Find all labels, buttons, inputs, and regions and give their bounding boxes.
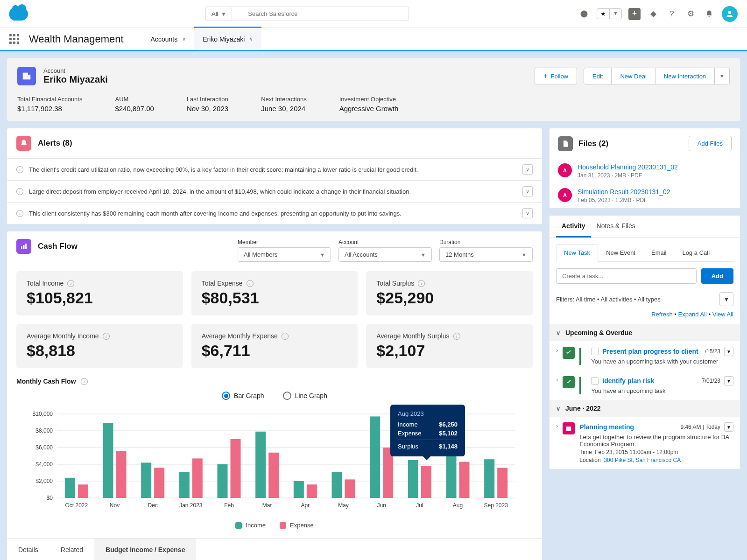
filter-button[interactable]: ▼ bbox=[719, 292, 733, 306]
chevron-right-icon[interactable]: › bbox=[556, 347, 558, 354]
expand-all-link[interactable]: Expand All bbox=[678, 311, 706, 318]
info-icon[interactable]: i bbox=[67, 280, 74, 287]
subtab-new-event[interactable]: New Event bbox=[598, 244, 643, 261]
event-title[interactable]: Planning meeting bbox=[579, 423, 634, 431]
svg-text:Oct 2022: Oct 2022 bbox=[65, 502, 88, 509]
file-name-link[interactable]: Simulation Result 20230131_02 bbox=[578, 188, 670, 196]
svg-rect-6 bbox=[21, 246, 22, 249]
chevron-right-icon[interactable]: › bbox=[556, 422, 558, 429]
member-filter-dropdown[interactable]: All Members▼ bbox=[238, 247, 331, 262]
svg-rect-34 bbox=[231, 439, 241, 498]
create-task-input[interactable] bbox=[556, 268, 697, 284]
info-icon[interactable]: i bbox=[418, 280, 425, 287]
task-title-link[interactable]: Present plan progress to client bbox=[602, 348, 698, 355]
svg-text:$8,000: $8,000 bbox=[35, 427, 53, 434]
metric-total-surplus: Total Surplusi$25,290 bbox=[366, 271, 533, 315]
past-section-header[interactable]: ∨June · 2022 bbox=[550, 400, 740, 417]
app-launcher-icon[interactable] bbox=[9, 34, 20, 44]
event-icon bbox=[563, 422, 575, 434]
chevron-down-icon: ▼ bbox=[726, 349, 731, 354]
help-icon[interactable]: ? bbox=[666, 8, 678, 20]
info-icon[interactable]: i bbox=[247, 280, 254, 287]
account-filter-dropdown[interactable]: All Accounts▼ bbox=[338, 247, 432, 262]
alert-expand-button[interactable]: ∨ bbox=[522, 208, 533, 218]
tab-details[interactable]: Details bbox=[7, 539, 49, 560]
svg-rect-28 bbox=[154, 468, 164, 498]
event-menu-button[interactable]: ▼ bbox=[724, 422, 733, 432]
chevron-down-icon[interactable]: ∨ bbox=[249, 36, 253, 42]
task-menu-button[interactable]: ▼ bbox=[724, 347, 733, 356]
task-menu-button[interactable]: ▼ bbox=[724, 376, 733, 385]
task-checkbox[interactable] bbox=[591, 377, 599, 385]
chevron-down-icon[interactable]: ∨ bbox=[182, 36, 186, 42]
tab-budget[interactable]: Budget Income / Expense bbox=[94, 539, 196, 560]
alert-expand-button[interactable]: ∨ bbox=[522, 164, 533, 175]
chevron-down-icon: ▼ bbox=[719, 73, 725, 79]
chevron-down-icon: ▼ bbox=[726, 378, 731, 384]
chevron-down-icon: ∨ bbox=[526, 210, 529, 217]
task-item: › Present plan progress to client/15/23▼… bbox=[550, 341, 740, 371]
subtab-new-task[interactable]: New Task bbox=[556, 244, 598, 262]
info-icon[interactable]: i bbox=[81, 378, 88, 385]
svg-rect-39 bbox=[294, 481, 304, 498]
task-description: You have an upcoming task with your cust… bbox=[591, 358, 733, 365]
chevron-down-icon: ∨ bbox=[526, 189, 529, 195]
subtab-email[interactable]: Email bbox=[643, 244, 675, 261]
add-task-button[interactable]: Add bbox=[701, 268, 733, 284]
app-nav-bar: Wealth Management Accounts∨ Eriko Miyaza… bbox=[0, 28, 747, 51]
info-icon[interactable]: i bbox=[282, 333, 289, 340]
alert-text: Large direct deposit from employer recei… bbox=[29, 188, 411, 195]
chevron-down-icon: ▼ bbox=[610, 9, 621, 19]
duration-filter-dropdown[interactable]: 12 Months▼ bbox=[439, 247, 533, 262]
alert-expand-button[interactable]: ∨ bbox=[522, 186, 533, 196]
gear-icon[interactable]: ⚙ bbox=[684, 8, 697, 20]
event-item: › Planning meeting 9:46 AM | Today ▼ Let… bbox=[550, 417, 740, 469]
chevron-down-icon: ▼ bbox=[421, 252, 426, 258]
subtab-log-call[interactable]: Log a Call bbox=[675, 244, 718, 261]
svg-rect-25 bbox=[116, 451, 127, 498]
file-icon bbox=[558, 136, 573, 151]
edit-button[interactable]: Edit bbox=[584, 68, 612, 84]
setup-home-icon[interactable]: ◆ bbox=[647, 8, 659, 20]
star-icon: ★ bbox=[597, 9, 610, 19]
task-checkbox[interactable] bbox=[591, 348, 599, 355]
info-icon[interactable]: i bbox=[103, 333, 110, 340]
upcoming-section-header[interactable]: ∨Upcoming & Overdue bbox=[550, 324, 740, 341]
task-description: You have an upcoming task bbox=[591, 387, 733, 394]
trailhead-icon[interactable] bbox=[578, 8, 590, 20]
svg-rect-37 bbox=[268, 453, 279, 498]
record-name: Eriko Miyazaki bbox=[43, 74, 108, 85]
task-title-link[interactable]: Identify plan risk bbox=[602, 377, 654, 385]
tab-notes-files[interactable]: Notes & Files bbox=[591, 216, 641, 237]
search-input[interactable] bbox=[232, 7, 409, 21]
info-icon[interactable]: i bbox=[453, 333, 460, 340]
refresh-link[interactable]: Refresh bbox=[651, 311, 673, 318]
more-actions-button[interactable]: ▼ bbox=[714, 68, 730, 84]
alert-text: This client consistently has $300 remain… bbox=[29, 210, 402, 217]
event-location-link[interactable]: 300 Pike St, San Francisco CA bbox=[604, 457, 681, 463]
new-deal-button[interactable]: New Deal bbox=[611, 68, 655, 84]
favorites-menu[interactable]: ★▼ bbox=[597, 8, 622, 19]
svg-rect-30 bbox=[179, 472, 190, 498]
add-files-button[interactable]: Add Files bbox=[689, 136, 732, 151]
svg-rect-36 bbox=[255, 432, 266, 498]
global-add-button[interactable]: + bbox=[628, 8, 641, 20]
nav-current-record[interactable]: Eriko Miyazaki∨ bbox=[194, 27, 261, 50]
bar-graph-radio[interactable]: Bar Graph bbox=[222, 392, 264, 400]
svg-point-2 bbox=[581, 10, 588, 17]
view-all-link[interactable]: View All bbox=[712, 311, 733, 318]
bell-icon[interactable] bbox=[703, 8, 715, 20]
tab-activity[interactable]: Activity bbox=[556, 216, 591, 238]
tab-related[interactable]: Related bbox=[49, 539, 94, 560]
svg-text:May: May bbox=[338, 502, 349, 509]
svg-point-3 bbox=[728, 11, 732, 14]
line-graph-radio[interactable]: Line Graph bbox=[283, 392, 327, 400]
svg-rect-8 bbox=[25, 244, 27, 249]
follow-button[interactable]: +Follow bbox=[535, 68, 577, 84]
new-interaction-button[interactable]: New Interaction bbox=[655, 68, 715, 84]
search-scope-dropdown[interactable]: All▼ bbox=[205, 7, 232, 21]
user-avatar[interactable] bbox=[722, 6, 738, 22]
nav-accounts[interactable]: Accounts∨ bbox=[142, 28, 195, 51]
chevron-right-icon[interactable]: › bbox=[556, 376, 558, 383]
file-name-link[interactable]: Household Planning 20230131_02 bbox=[578, 163, 678, 171]
